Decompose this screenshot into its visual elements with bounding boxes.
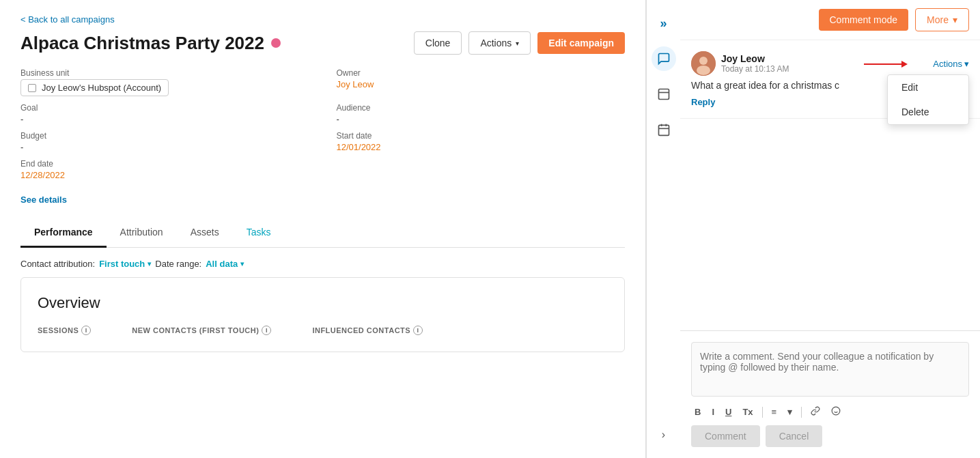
comment-input-area: B I U Tx ≡ ▾ [680,330,980,458]
comment-mode-button[interactable]: Comment mode [819,9,909,31]
submit-comment-button: Comment [691,425,760,447]
svg-point-9 [832,407,840,415]
budget-field: Budget - [20,131,309,152]
calendar-icon[interactable] [652,117,676,142]
budget-label: Budget [20,131,309,141]
status-dot [271,38,281,48]
sessions-label: SESSIONS i [38,326,91,335]
bu-checkbox-icon [28,84,36,92]
date-range-chevron-icon: ▾ [240,260,244,268]
stat-new-contacts: NEW CONTACTS (FIRST TOUCH) i [132,326,271,335]
filter-bar: Contact attribution: First touch ▾ Date … [20,248,625,277]
svg-point-7 [699,57,708,65]
emoji-button[interactable] [828,404,844,420]
stat-influenced-contacts: INFLUENCED CONTACTS i [312,326,423,335]
sidebar-header: Comment mode More ▾ [680,0,980,40]
goal-value: - [20,114,309,124]
budget-value: - [20,142,309,152]
svg-rect-2 [658,125,669,135]
sessions-info-icon[interactable]: i [81,326,91,335]
overview-card: Overview SESSIONS i NEW CONTACTS (FIRST … [20,277,625,352]
edit-campaign-button[interactable]: Edit campaign [537,32,625,54]
italic-button[interactable]: I [708,405,718,419]
see-details-link[interactable]: See details [20,195,67,205]
influenced-contacts-label: INFLUENCED CONTACTS i [312,326,423,335]
comment-actions-dropdown: Edit Delete [887,74,969,125]
toolbar-separator-2 [801,407,802,418]
browser-icon[interactable] [652,82,676,106]
underline-button[interactable]: U [722,405,735,419]
campaign-title: Alpaca Christmas Party 2022 [20,33,264,54]
owner-field: Owner Joy Leow [337,68,626,96]
end-date-field: End date 12/28/2022 [20,159,309,180]
comment-header-row: Joy Leow Today at 10:13 AM [691,51,969,76]
campaign-header: Alpaca Christmas Party 2022 Clone Action… [20,31,625,55]
expand-icon[interactable]: » [652,11,676,35]
business-unit-field: Business unit Joy Leow's Hubspot (Accoun… [20,68,309,96]
cancel-comment-button: Cancel [766,425,823,447]
svg-point-8 [697,66,710,75]
reply-button[interactable]: Reply [691,97,715,107]
audience-label: Audience [337,103,626,113]
meta-grid: Business unit Joy Leow's Hubspot (Accoun… [20,68,625,180]
comment-actions-button[interactable]: Actions ▾ [933,59,969,69]
tabs-bar: Performance Attribution Assets Tasks [20,218,625,248]
comment-textarea[interactable] [691,342,969,397]
owner-label: Owner [337,68,626,78]
date-range-label: Date range: [155,259,201,269]
overview-title: Overview [38,294,608,312]
business-unit-value: Joy Leow's Hubspot (Account) [20,79,169,96]
comment-submit-row: Comment Cancel [691,425,969,447]
comment-time: Today at 10:13 AM [721,64,789,74]
audience-value: - [337,114,626,124]
comment-thread: Joy Leow Today at 10:13 AM [680,40,980,119]
clone-button[interactable]: Clone [414,31,462,55]
attribution-chevron-icon: ▾ [148,260,151,268]
date-range-dropdown[interactable]: All data ▾ [206,259,244,269]
strikethrough-button[interactable]: Tx [739,405,756,419]
audience-field: Audience - [337,103,626,124]
commenter-name: Joy Leow [721,53,765,64]
goal-label: Goal [20,103,309,113]
goal-field: Goal - [20,103,309,124]
list-chevron-button[interactable]: ▾ [784,405,796,419]
edit-comment-item[interactable]: Edit [888,75,968,100]
collapse-icon[interactable]: › [652,423,676,447]
back-link[interactable]: < Back to all campaigns [20,14,115,25]
tab-performance[interactable]: Performance [20,218,107,248]
tab-tasks[interactable]: Tasks [233,218,285,248]
red-arrow-annotation [864,61,908,68]
main-content: < Back to all campaigns Alpaca Christmas… [0,0,645,458]
link-button[interactable] [807,404,824,420]
stats-row: SESSIONS i NEW CONTACTS (FIRST TOUCH) i … [38,326,608,335]
actions-chevron-icon: ▾ [964,59,969,69]
actions-button[interactable]: Actions ▾ [468,31,531,55]
delete-comment-item[interactable]: Delete [888,100,968,124]
more-chevron-icon: ▾ [953,14,957,25]
comment-spacer [680,119,980,330]
tab-assets[interactable]: Assets [177,218,233,248]
comment-actions-container: Actions ▾ Edit Delete [933,58,969,69]
owner-value: Joy Leow [337,79,626,89]
contact-attribution-dropdown[interactable]: First touch ▾ [99,259,151,269]
end-date-value: 12/28/2022 [20,170,309,180]
avatar [691,51,716,76]
sidebar-inner: Comment mode More ▾ [680,0,980,458]
svg-rect-0 [658,89,669,100]
tab-attribution[interactable]: Attribution [107,218,177,248]
contact-attribution-label: Contact attribution: [20,259,95,269]
bold-button[interactable]: B [691,405,704,419]
new-contacts-label: NEW CONTACTS (FIRST TOUCH) i [132,326,271,335]
list-button[interactable]: ≡ [768,405,781,419]
start-date-label: Start date [337,131,626,141]
more-button[interactable]: More ▾ [915,8,969,31]
influenced-contacts-info-icon[interactable]: i [413,326,423,335]
new-contacts-info-icon[interactable]: i [262,326,271,335]
comment-toolbar: B I U Tx ≡ ▾ [691,404,969,420]
end-date-label: End date [20,159,309,169]
sidebar-icons: » [646,0,680,458]
toolbar-separator [762,407,763,418]
header-buttons: Clone Actions ▾ Edit campaign [414,31,625,55]
right-panel: » [645,0,980,458]
chat-icon[interactable] [652,46,676,71]
